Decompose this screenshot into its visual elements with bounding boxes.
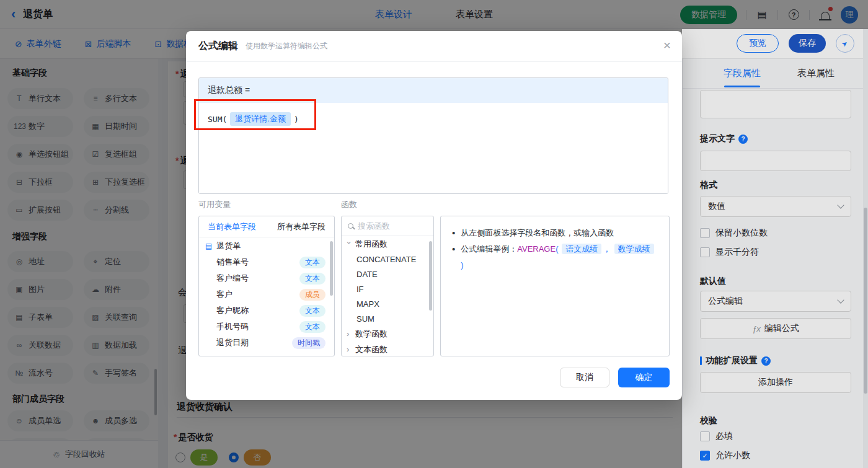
function-group-text[interactable]: › 文本函数 [342,342,433,356]
variable-field-name: 销售单号 [216,257,249,268]
variable-field-row[interactable]: 手机号码 文本 [199,319,334,335]
variable-field-row[interactable]: 客户 成员 [199,286,334,302]
variable-field-name: 客户昵称 [216,305,249,316]
variables-label: 可用变量 [198,199,231,210]
modal-header: 公式编辑 使用数学运算符编辑公式 × [186,31,682,62]
example-field-chip: 数学成绩 [614,244,654,254]
caret-down-icon: › [345,242,354,247]
formula-field-token[interactable]: 退货详情.金额 [230,112,291,126]
formula-edit-modal: 公式编辑 使用数学运算符编辑公式 × 退款总额 = SUM( 退货详情.金额 )… [186,31,682,400]
help-line-2: • 公式编辑举例：AVERAGE( 语文成绩， 数学成绩 ) [452,241,658,273]
example-function-name: AVERAGE [517,244,556,254]
function-item[interactable]: CONCATENATE [342,252,433,267]
variables-panel: 当前表单字段 所有表单字段 ▤ 退货单 销售单号 文本 客户编号 文本 客户 成… [198,216,335,356]
help-line-1: • 从左侧面板选择字段名和函数，或输入函数 [452,225,658,241]
caret-right-icon: › [347,329,352,338]
function-group-math[interactable]: › 数学函数 [342,326,433,342]
variable-field-name: 客户 [216,289,232,300]
field-type-badge: 文本 [299,305,326,317]
function-search-input[interactable] [358,221,420,231]
field-type-badge: 文本 [299,321,326,333]
function-search [342,216,433,236]
close-icon[interactable]: × [663,38,671,51]
field-type-badge: 成员 [299,289,326,301]
variable-field-row[interactable]: 客户昵称 文本 [199,302,334,319]
modal-footer: 取消 确定 [560,368,670,387]
formula-target: 退款总额 = [199,78,668,103]
field-type-badge: 文本 [299,257,326,268]
field-type-badge: 时间戳 [292,337,326,349]
variable-field-row[interactable]: 客户编号 文本 [199,270,334,286]
formula-function-close: ) [294,115,299,124]
tab-current-form-fields[interactable]: 当前表单字段 [208,221,256,232]
variable-field-row[interactable]: 退货日期 时间戳 [199,335,334,351]
help-panel: • 从左侧面板选择字段名和函数，或输入函数 • 公式编辑举例：AVERAGE( … [440,216,670,356]
function-item[interactable]: IF [342,281,433,296]
function-item[interactable]: SUM [342,311,433,326]
formula-editor: 退款总额 = SUM( 退货详情.金额 ) [198,77,668,194]
variable-field-name: 客户编号 [216,273,249,284]
function-item[interactable]: MAPX [342,296,433,311]
modal-title: 公式编辑 [198,40,238,53]
form-file-icon: ▤ [205,242,212,250]
search-icon [348,223,353,229]
functions-scrollbar[interactable] [429,241,432,311]
variable-field-row[interactable]: 销售单号 文本 [199,254,334,270]
caret-right-icon: › [347,345,352,354]
cancel-button[interactable]: 取消 [560,368,609,387]
modal-overlay [0,0,868,29]
functions-panel: › 常用函数 CONCATENATEDATEIFMAPXSUM › 数学函数 ›… [341,216,434,356]
function-item[interactable]: DATE [342,267,433,281]
field-type-badge: 文本 [299,273,326,285]
example-field-chip: 语文成绩 [562,244,601,254]
variables-scrollbar[interactable] [330,241,333,296]
tab-all-form-fields[interactable]: 所有表单字段 [277,221,326,232]
modal-overlay-light [682,29,868,468]
variable-field-name: 退货日期 [216,337,249,348]
variables-root-node[interactable]: ▤ 退货单 [199,237,334,254]
formula-input-area[interactable]: SUM( 退货详情.金额 ) [199,103,668,194]
variable-field-name: 手机号码 [216,321,249,332]
functions-label: 函数 [341,199,357,210]
confirm-button[interactable]: 确定 [618,368,670,387]
modal-subtitle: 使用数学运算符编辑公式 [246,41,327,51]
variables-tabs: 当前表单字段 所有表单字段 [199,216,334,237]
formula-function-open: SUM( [208,115,227,124]
function-group-common[interactable]: › 常用函数 [342,236,433,252]
